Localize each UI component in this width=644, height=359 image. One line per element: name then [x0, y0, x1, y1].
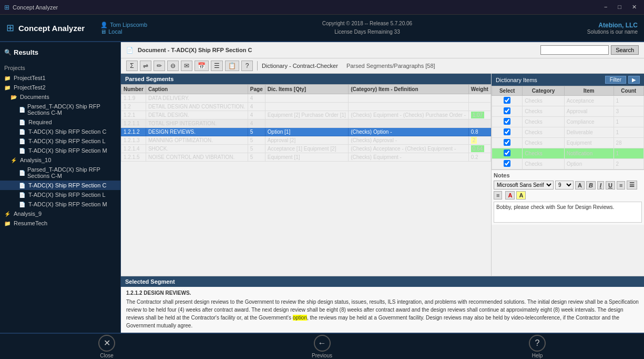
- help-footer-btn[interactable]: ? Help: [529, 335, 546, 358]
- sidebar-item-section-l[interactable]: 📄 T-ADC(X) Ship RFP Section L: [0, 136, 120, 146]
- notes-italic-btn[interactable]: B: [586, 181, 596, 190]
- help-circle-icon[interactable]: ?: [529, 335, 546, 352]
- table-row[interactable]: 1.2.1.1 TOTAL SHIP INTEGRATION. 4: [121, 119, 491, 128]
- right-panel: Dictionary Items Filter ▶ Select Categor…: [492, 74, 644, 276]
- list-item[interactable]: Checks Compliance 1: [492, 117, 644, 127]
- close-window-button[interactable]: ✕: [629, 3, 640, 12]
- toolbar-edit-button[interactable]: ✏: [154, 61, 165, 71]
- notes-highlight-btn[interactable]: A: [516, 191, 526, 200]
- table-row[interactable]: 1.2.1.4 SHOCK. 5 Acceptance [1] Equipmen…: [121, 145, 491, 153]
- cell-caption: NOISE CONTROL AND VIBRATION.: [146, 153, 248, 162]
- toolbar-help-button[interactable]: ?: [241, 61, 253, 71]
- sidebar-item-project2[interactable]: 📁 ProjectTest2: [0, 83, 120, 92]
- parsed-segments-scroll[interactable]: Number Caption Page Dic. Items [Qty] (Ca…: [121, 84, 491, 276]
- list-item[interactable]: Checks Equipment 28: [492, 138, 644, 148]
- sidebar-item-section-m[interactable]: 📄 T-ADC(X) Ship RFP Section M: [0, 146, 120, 155]
- dict-col-item: Item: [564, 86, 614, 96]
- sidebar-item-parsed1[interactable]: 📄 Parsed_T-ADC(X) Ship RFP Sections C-M: [0, 102, 120, 117]
- cell-number: 1.2.1: [121, 111, 146, 119]
- maximize-button[interactable]: □: [615, 3, 625, 12]
- toolbar-remove-button[interactable]: ⊖: [167, 61, 179, 71]
- table-row[interactable]: 1.2 DETAIL DESIGN AND CONSTRUCTION. 4: [121, 103, 491, 111]
- dict-checkbox[interactable]: [492, 127, 523, 138]
- cell-number: 1.2.1.3: [121, 136, 146, 145]
- list-item[interactable]: Checks Approval 3: [492, 106, 644, 117]
- cell-dic: Option [1]: [265, 128, 348, 136]
- dict-item: Deliverable: [564, 127, 614, 138]
- sidebar-item-section-l2[interactable]: 📄 T-ADC(X) Ship RFP Section L: [0, 190, 120, 200]
- sidebar-item-section-c2[interactable]: 📄 T-ADC(X) Ship RFP Section C: [0, 181, 120, 190]
- list-item[interactable]: Checks Deliverable 1: [492, 127, 644, 138]
- search-input[interactable]: [540, 45, 609, 55]
- sidebar-item-analysis10[interactable]: ⚡ Analysis_10: [0, 155, 120, 165]
- list-item[interactable]: Checks Notification 1: [492, 148, 644, 159]
- notes-align-right-btn[interactable]: ≡: [494, 191, 502, 200]
- list-item[interactable]: Checks Option 2: [492, 159, 644, 169]
- list-item[interactable]: Checks Acceptance 1: [492, 96, 644, 106]
- dict-checkbox[interactable]: [492, 96, 523, 106]
- sidebar-item-section-c[interactable]: 📄 T-ADC(X) Ship RFP Section C: [0, 127, 120, 136]
- logo-text: Concept Analyzer: [18, 24, 85, 33]
- table-row[interactable]: 1.2.1.3 MANNING OPTIMIZATION. 5 Approval…: [121, 136, 491, 145]
- sidebar-item-section-m2[interactable]: 📄 T-ADC(X) Ship RFP Section M: [0, 200, 120, 209]
- sidebar-item-required[interactable]: 📄 Required: [0, 117, 120, 127]
- dict-items-header: Dictionary Items Filter ▶: [492, 74, 644, 86]
- col-definition: (Category) Item - Definition: [349, 85, 469, 94]
- play-button[interactable]: ▶: [628, 76, 640, 84]
- search-button[interactable]: Search: [611, 45, 639, 55]
- table-row[interactable]: 1.2.1 DETAIL DESIGN. 4 Equipment [2] Pur…: [121, 111, 491, 119]
- sidebar-item-analysis9[interactable]: ⚡ Analysis_9: [0, 209, 120, 218]
- cell-number: 1.2.1.2: [121, 128, 146, 136]
- table-row[interactable]: 1.2.1.5 NOISE CONTROL AND VIBRATION. 5 E…: [121, 153, 491, 162]
- notes-size-select[interactable]: 9: [555, 181, 574, 190]
- dict-checkbox[interactable]: [492, 159, 523, 169]
- previous-circle-icon[interactable]: ←: [314, 335, 331, 352]
- notes-align-left-btn[interactable]: ≡: [617, 181, 625, 190]
- notes-format-btn[interactable]: U: [606, 181, 615, 190]
- table-row[interactable]: 1.2.1.2 DESIGN REVIEWS. 5 Option [1] (Ch…: [121, 128, 491, 136]
- parsed-segments-panel: Parsed Segments Number Caption Page Dic.…: [121, 74, 492, 276]
- toolbar-separator: [257, 61, 258, 71]
- notes-a-btn[interactable]: A: [505, 191, 515, 200]
- table-row[interactable]: 1.1.9 DATA DELIVERY. 4: [121, 94, 491, 103]
- cell-weight: 0.64: [468, 145, 490, 153]
- notes-align-center-btn[interactable]: ☰: [627, 181, 637, 190]
- toolbar-copy-button[interactable]: 📋: [225, 61, 239, 71]
- toolbar-email-button[interactable]: ✉: [181, 61, 192, 71]
- sidebar-item-project1[interactable]: 📁 ProjectTest1: [0, 73, 120, 83]
- cell-weight: 2: [468, 136, 490, 145]
- footer: ✕ Close ← Previous ? Help: [0, 333, 644, 359]
- toolbar: Σ ⇌ ✏ ⊖ ✉ 📅 ☰ 📋 ? Dictionary - Contract-…: [121, 58, 644, 74]
- filter-button[interactable]: Filter: [605, 76, 626, 84]
- toolbar-sigma-button[interactable]: Σ: [126, 61, 138, 71]
- notes-bold-btn[interactable]: A: [575, 181, 585, 190]
- notes-content[interactable]: Bobby, please check with Sue for Design …: [494, 202, 642, 223]
- dict-count: 1: [614, 148, 644, 159]
- toolbar-calendar-button[interactable]: 📅: [195, 61, 209, 71]
- sidebar-item-documents[interactable]: 📂 Documents: [0, 92, 120, 102]
- close-circle-icon[interactable]: ✕: [98, 335, 115, 352]
- dict-checkbox[interactable]: [492, 106, 523, 117]
- cell-number: 1.1.9: [121, 94, 146, 103]
- toolbar-swap-button[interactable]: ⇌: [140, 61, 151, 71]
- notes-font-select[interactable]: Microsoft Sans Serif: [494, 181, 554, 190]
- toolbar-list-button[interactable]: ☰: [211, 61, 223, 71]
- dict-checkbox[interactable]: [492, 138, 523, 148]
- sidebar-item-resumetech[interactable]: 📁 ResumeTech: [0, 218, 120, 228]
- dict-checkbox[interactable]: [492, 148, 523, 159]
- close-footer-btn[interactable]: ✕ Close: [98, 335, 115, 358]
- minimize-button[interactable]: −: [601, 3, 610, 12]
- dict-item: Acceptance: [564, 96, 614, 106]
- cell-caption: TOTAL SHIP INTEGRATION.: [146, 119, 248, 128]
- doc-header: 📄 Document - T-ADC(X) Ship RFP Section C…: [121, 42, 644, 58]
- dict-col-category: Category: [523, 86, 564, 96]
- dict-items-scroll[interactable]: Select Category Item Count Checks Accept…: [492, 86, 644, 169]
- previous-footer-btn[interactable]: ← Previous: [312, 335, 332, 358]
- doc-icon: 📄: [19, 148, 26, 154]
- sidebar-item-parsed2[interactable]: 📄 Parsed_T-ADC(X) Ship RFP Sections C-M: [0, 165, 120, 181]
- notes-underline-btn[interactable]: I: [597, 181, 604, 190]
- location-icon: 🖥: [100, 28, 106, 35]
- cell-page: 4: [248, 94, 265, 103]
- highlighted-word: option: [293, 315, 307, 321]
- dict-checkbox[interactable]: [492, 117, 523, 127]
